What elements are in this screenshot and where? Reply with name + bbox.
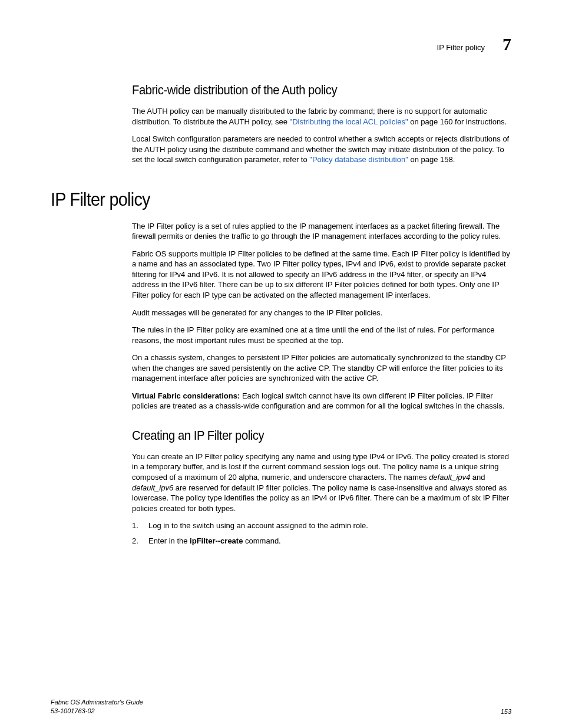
text: are reserved for default IP filter polic… <box>132 483 509 513</box>
chapter-number: 7 <box>503 35 511 53</box>
heading-fabric-wide-distribution: Fabric-wide distribution of the Auth pol… <box>132 83 481 98</box>
paragraph: Fabric OS supports multiple IP Filter po… <box>132 249 511 301</box>
text-bold: Virtual Fabric considerations: <box>132 391 240 400</box>
paragraph: Audit messages will be generated for any… <box>132 308 511 318</box>
heading-ip-filter-policy: IP Filter policy <box>51 189 465 210</box>
list-item: 2. Enter in the ipFilter--create command… <box>132 536 511 546</box>
header-section-label: IP Filter policy <box>437 43 485 52</box>
paragraph: The AUTH policy can be manually distribu… <box>132 106 511 127</box>
footer-title: Fabric OS Administrator's Guide <box>51 698 143 706</box>
link-distributing-acl[interactable]: "Distributing the local ACL policies" <box>290 117 408 126</box>
page-footer: Fabric OS Administrator's Guide 53-10017… <box>51 698 511 715</box>
text-italic: default_ipv6 <box>132 483 173 492</box>
paragraph: Virtual Fabric considerations: Each logi… <box>132 391 511 411</box>
paragraph: Local Switch configuration parameters ar… <box>132 134 511 165</box>
footer-page-number: 153 <box>501 708 511 715</box>
paragraph: The IP Filter policy is a set of rules a… <box>132 221 511 242</box>
text: on page 158. <box>408 155 455 164</box>
text-italic: default_ipv4 <box>429 473 470 482</box>
paragraph: On a chassis system, changes to persiste… <box>132 353 511 384</box>
command-text: ipFilter--create <box>190 536 243 545</box>
paragraph: You can create an IP Filter policy speci… <box>132 452 511 513</box>
text: command. <box>243 536 280 545</box>
text: Log in to the switch using an account as… <box>148 521 368 530</box>
text: on page 160 for instructions. <box>408 117 507 126</box>
list-number: 1. <box>132 521 138 531</box>
paragraph: The rules in the IP Filter policy are ex… <box>132 325 511 345</box>
link-policy-database[interactable]: "Policy database distribution" <box>309 155 408 164</box>
ordered-list: 1. Log in to the switch using an account… <box>132 521 511 546</box>
heading-creating-ip-filter: Creating an IP Filter policy <box>132 428 481 443</box>
page-header: IP Filter policy 7 <box>437 35 511 53</box>
text: and <box>470 473 485 482</box>
footer-docnum: 53-1001763-02 <box>51 707 143 715</box>
list-item: 1. Log in to the switch using an account… <box>132 521 511 531</box>
page: IP Filter policy 7 Fabric-wide distribut… <box>0 0 562 728</box>
text: Enter in the <box>148 536 190 545</box>
list-number: 2. <box>132 536 138 546</box>
main-content: Fabric-wide distribution of the Auth pol… <box>132 83 511 546</box>
footer-left: Fabric OS Administrator's Guide 53-10017… <box>51 698 143 715</box>
